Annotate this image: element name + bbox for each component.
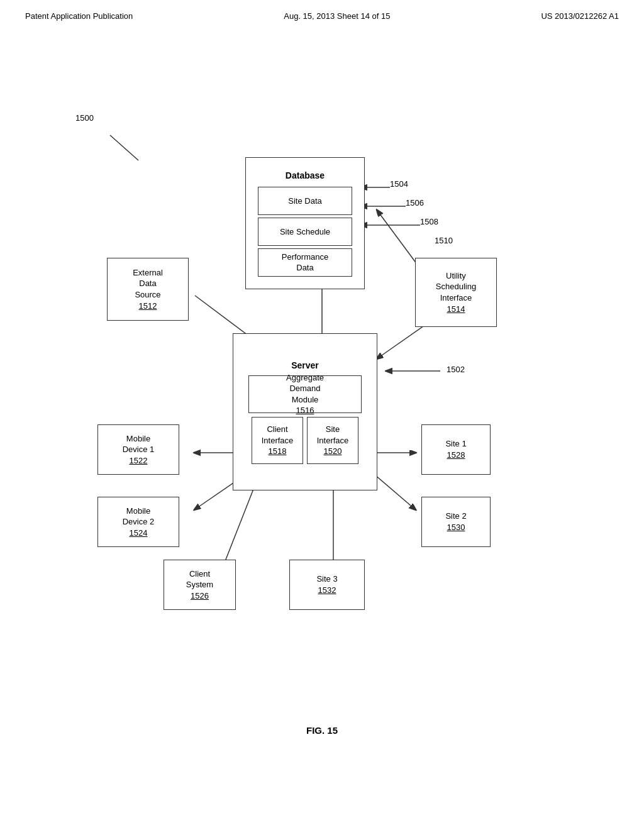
site-1-label: Site 1 [445, 438, 466, 450]
mobile-device-1-id: 1522 [130, 455, 148, 467]
mobile-device-1-label: MobileDevice 1 [123, 433, 155, 455]
external-data-source-id: 1512 [139, 301, 157, 312]
page-header: Patent Application Publication Aug. 15, … [0, 0, 644, 21]
external-data-source-label: ExternalDataSource [133, 267, 163, 301]
client-interface-id: 1518 [269, 446, 287, 457]
system-label-1500: 1500 [75, 113, 94, 123]
header-right: US 2013/0212262 A1 [541, 11, 619, 21]
site-3-box: Site 3 1532 [289, 560, 365, 610]
utility-scheduling-box: UtilitySchedulingInterface 1514 [415, 258, 497, 327]
site-schedule-box: Site Schedule [258, 218, 352, 246]
site-interface-box: SiteInterface 1520 [307, 417, 358, 464]
client-interface-label: ClientInterface [262, 424, 294, 446]
diagram-area: 1500 Database Site Data Site Schedule Pe… [0, 50, 644, 773]
svg-line-18 [110, 135, 138, 160]
ref-1502: 1502 [447, 365, 465, 374]
header-left: Patent Application Publication [25, 11, 133, 21]
site-interface-label: SiteInterface [317, 424, 349, 446]
client-system-box: ClientSystem 1526 [164, 560, 236, 610]
performance-data-box: PerformanceData [258, 248, 352, 277]
site-data-box: Site Data [258, 187, 352, 215]
server-outer-box: Server AggregateDemandModule 1516 Client… [233, 333, 377, 490]
ref-1504: 1504 [390, 179, 408, 189]
client-interface-box: ClientInterface 1518 [252, 417, 303, 464]
ref-1508: 1508 [420, 217, 438, 226]
ref-1506: 1506 [406, 198, 424, 208]
aggregate-demand-id: 1516 [296, 405, 314, 416]
utility-scheduling-label: UtilitySchedulingInterface [436, 270, 476, 304]
svg-line-13 [223, 478, 258, 566]
mobile-device-2-label: MobileDevice 2 [123, 506, 155, 528]
site-3-label: Site 3 [316, 573, 337, 585]
site-interface-id: 1520 [324, 446, 342, 457]
performance-data-label: PerformanceData [282, 252, 328, 274]
site-schedule-label: Site Schedule [280, 226, 330, 238]
client-system-id: 1526 [191, 590, 209, 602]
mobile-device-2-id: 1524 [130, 528, 148, 539]
mobile-device-1-box: MobileDevice 1 1522 [97, 424, 179, 475]
database-outer-box: Database Site Data Site Schedule Perform… [245, 157, 365, 289]
client-system-label: ClientSystem [186, 568, 213, 590]
aggregate-demand-box: AggregateDemandModule 1516 [248, 375, 362, 413]
ref-1510: 1510 [435, 236, 453, 245]
site-1-box: Site 1 1528 [421, 424, 491, 475]
server-label: Server [291, 360, 319, 372]
figure-caption: FIG. 15 [0, 725, 644, 736]
site-2-id: 1530 [447, 522, 465, 533]
site-2-label: Site 2 [445, 511, 466, 522]
svg-line-15 [371, 472, 415, 509]
aggregate-demand-label: AggregateDemandModule [286, 372, 324, 406]
site-data-label: Site Data [288, 196, 321, 207]
site-1-id: 1528 [447, 450, 465, 461]
utility-scheduling-id: 1514 [447, 304, 465, 315]
client-site-interfaces: ClientInterface 1518 SiteInterface 1520 [252, 417, 358, 464]
site-3-id: 1532 [318, 585, 336, 596]
mobile-device-2-box: MobileDevice 2 1524 [97, 497, 179, 547]
external-data-source-box: ExternalDataSource 1512 [107, 258, 189, 321]
database-label: Database [286, 170, 325, 182]
site-2-box: Site 2 1530 [421, 497, 491, 547]
header-middle: Aug. 15, 2013 Sheet 14 of 15 [284, 11, 390, 21]
